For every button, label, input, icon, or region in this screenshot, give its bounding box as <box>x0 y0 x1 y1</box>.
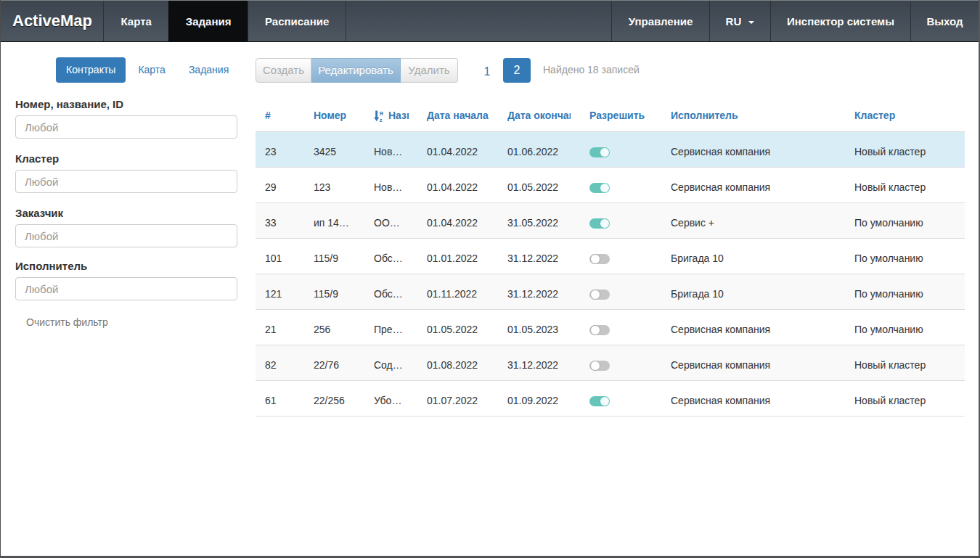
svg-text:z: z <box>380 117 383 122</box>
svg-text:Я: Я <box>380 110 383 117</box>
